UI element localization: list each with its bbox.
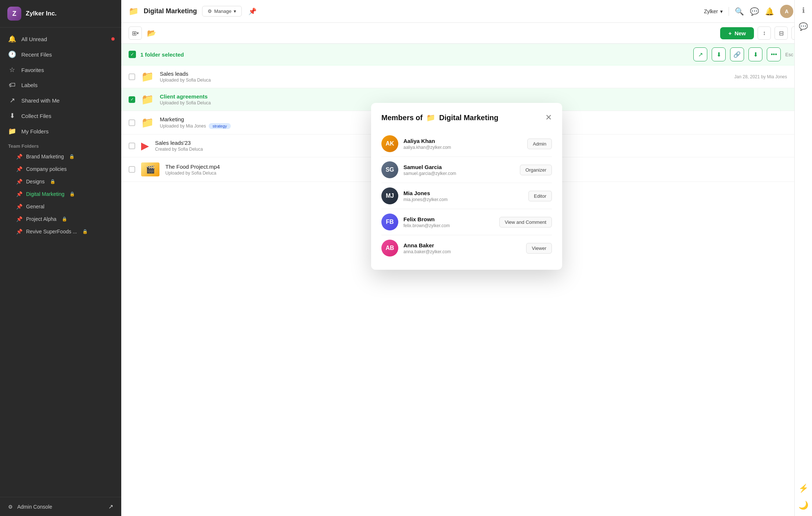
selected-checkbox[interactable]: ✓ (129, 51, 136, 58)
sidebar-item-all-unread[interactable]: 🔔 All Unread (0, 31, 121, 47)
file-uploader: Uploaded by Mia Jones (160, 123, 206, 129)
pin-icon-designs: 📌 (16, 179, 22, 184)
role-badge[interactable]: Viewer (526, 243, 552, 254)
modal-close-button[interactable]: ✕ (545, 114, 552, 122)
file-row[interactable]: 📁 Sales leads Uploaded by Sofia Deluca J… (121, 65, 794, 88)
member-row: AB Anna Baker anna.baker@zylker.com View… (381, 235, 552, 261)
member-email: mia.jones@zylker.com (403, 197, 523, 202)
link-icon: 🔗 (733, 51, 741, 58)
nav-label-favorites: Favorites (21, 67, 44, 73)
message-icon[interactable]: 💬 (799, 22, 808, 31)
org-switcher[interactable]: Zylker ▾ (704, 8, 723, 14)
info-icon[interactable]: ℹ (802, 6, 805, 15)
team-folder-company-policies[interactable]: 📌 Company policies (0, 163, 121, 175)
file-checkbox[interactable] (129, 166, 135, 173)
nav-label-my-folders: My Folders (21, 128, 48, 135)
role-badge[interactable]: Organizer (520, 165, 552, 175)
member-email: samuel.garcia@zylker.com (403, 171, 515, 176)
nav-icon-labels: 🏷 (8, 81, 16, 89)
team-folder-brand-marketing[interactable]: 📌 Brand Marketing 🔒 (0, 150, 121, 163)
right-panel: ℹ 💬 ⚡ 🌙 (794, 0, 812, 516)
external-link-icon[interactable]: ↗ (108, 503, 113, 510)
sidebar-item-labels[interactable]: 🏷 Labels (0, 78, 121, 93)
more-button[interactable]: ••• (767, 47, 781, 61)
dark-mode-icon[interactable]: 🌙 (798, 501, 808, 510)
file-uploader: Uploaded by Sofia Deluca (160, 78, 211, 83)
move-button[interactable]: ⬇ (712, 47, 726, 61)
user-avatar[interactable]: A (780, 5, 793, 18)
member-info: Anna Baker anna.baker@zylker.com (403, 242, 521, 254)
member-avatar: AK (381, 135, 398, 152)
bell-icon[interactable]: 🔔 (765, 7, 774, 16)
toolbar-left: ⊞ ▾ 📂 (129, 26, 158, 40)
sidebar-item-collect-files[interactable]: ⬇ Collect Files (0, 108, 121, 123)
link-button[interactable]: 🔗 (730, 47, 744, 61)
pin-icon-general: 📌 (16, 204, 22, 209)
file-uploader: Created by Sofia Deluca (155, 147, 203, 152)
member-row: SG Samuel Garcia samuel.garcia@zylker.co… (381, 157, 552, 183)
gear-icon-small: ⚙ (208, 8, 212, 14)
role-badge[interactable]: Admin (527, 139, 552, 149)
sidebar-item-favorites[interactable]: ☆ Favorites (0, 62, 121, 78)
share-button[interactable]: ↗ (693, 47, 707, 61)
member-info: Mia Jones mia.jones@zylker.com (403, 190, 523, 202)
modal-header: Members of 📁 Digital Marketing ✕ (381, 113, 552, 122)
admin-console-item[interactable]: ⚙ Admin Console (8, 504, 52, 510)
download-button[interactable]: ⬇ (748, 47, 762, 61)
member-info: Aaliya Khan aaliya.khan@zylker.com (403, 138, 522, 150)
sort-icon: ↕ (763, 30, 766, 36)
role-badge[interactable]: View and Comment (499, 217, 552, 227)
unread-badge (111, 37, 115, 41)
pin-icon-project-alpha: 📌 (16, 216, 22, 222)
file-checkbox[interactable] (129, 119, 135, 126)
more-icon: ••• (771, 51, 777, 58)
folder-title: Digital Marketing (144, 7, 197, 15)
file-tag: strategy (209, 123, 230, 129)
team-folder-digital-marketing[interactable]: 📌 Digital Marketing 🔒 (0, 188, 121, 200)
team-folder-designs[interactable]: 📌 Designs 🔒 (0, 175, 121, 188)
divider (729, 7, 729, 16)
nav-icon-collect-files: ⬇ (8, 112, 16, 120)
file-checkbox[interactable]: ✓ (129, 96, 135, 103)
zap-icon[interactable]: ⚡ (798, 484, 808, 493)
chevron-down-icon: ▾ (720, 8, 723, 14)
sidebar-footer[interactable]: ⚙ Admin Console ↗ (0, 497, 121, 516)
view-icon: ⊞ (132, 30, 137, 37)
pin-icon-digital-marketing: 📌 (16, 191, 22, 197)
nav-icon-my-folders: 📁 (8, 127, 16, 135)
new-folder-button[interactable]: 📂 (145, 26, 158, 40)
pin-icon-revive-superfoods: 📌 (16, 229, 22, 234)
team-folder-project-alpha[interactable]: 📌 Project Alpha 🔒 (0, 213, 121, 225)
chat-icon[interactable]: 💬 (750, 7, 759, 16)
folder-add-icon: 📂 (147, 29, 156, 37)
filter-button[interactable]: ⊟ (775, 26, 788, 40)
folder-label-project-alpha: Project Alpha (26, 216, 57, 222)
file-checkbox[interactable] (129, 74, 135, 80)
nav-label-all-unread: All Unread (21, 36, 47, 42)
sort-button[interactable]: ↕ (758, 26, 771, 40)
lock-icon-${folder.id}: 🔒 (69, 191, 75, 197)
selection-bar: ✓ 1 folder selected ↗ ⬇ 🔗 ⬇ ••• Esc ✕ (121, 44, 812, 65)
member-info: Felix Brown felix.brown@zylker.com (403, 216, 494, 228)
nav-icon-recent-files: 🕐 (8, 50, 16, 58)
nav-icon-all-unread: 🔔 (8, 35, 16, 43)
member-avatar: SG (381, 161, 398, 178)
role-badge[interactable]: Editor (528, 191, 552, 201)
member-row: FB Felix Brown felix.brown@zylker.com Vi… (381, 209, 552, 235)
sidebar-item-shared-with-me[interactable]: ↗ Shared with Me (0, 93, 121, 108)
folder-icon: 📁 (141, 93, 154, 105)
manage-button[interactable]: ⚙ Manage ▾ (202, 6, 242, 17)
team-folder-revive-superfoods[interactable]: 📌 Revive SuperFoods ... 🔒 (0, 225, 121, 238)
team-folder-general[interactable]: 📌 General (0, 200, 121, 213)
member-email: felix.brown@zylker.com (403, 223, 494, 228)
search-icon[interactable]: 🔍 (735, 7, 744, 16)
sidebar-item-recent-files[interactable]: 🕐 Recent Files (0, 47, 121, 62)
view-toggle-button[interactable]: ⊞ ▾ (129, 26, 142, 40)
file-checkbox[interactable] (129, 143, 135, 149)
new-button[interactable]: + New (720, 27, 754, 39)
filter-icon: ⊟ (779, 30, 784, 37)
folder-icon: 📁 (141, 71, 154, 83)
sidebar-item-my-folders[interactable]: 📁 My Folders (0, 123, 121, 139)
pin-icon[interactable]: 📌 (248, 7, 256, 15)
members-list: AK Aaliya Khan aaliya.khan@zylker.com Ad… (381, 131, 552, 261)
